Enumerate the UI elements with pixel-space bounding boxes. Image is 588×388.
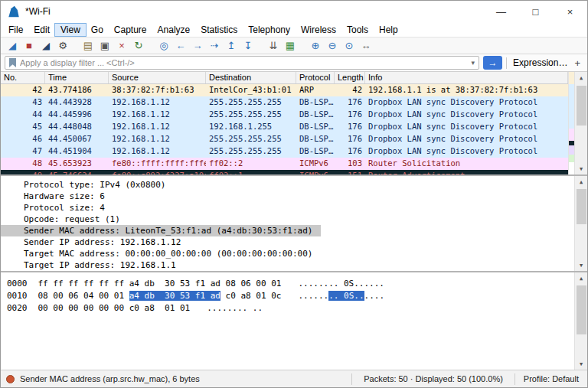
detail-line-protocol-type[interactable]: Protocol type: IPv4 (0x0800) <box>1 179 574 191</box>
open-file-icon[interactable]: ▤ <box>80 38 96 54</box>
detail-line-protocol-size[interactable]: Protocol size: 4 <box>1 202 574 214</box>
hex-scrollbar[interactable]: ▲ ▼ <box>574 272 587 370</box>
wireshark-logo-icon <box>8 5 20 18</box>
restart-capture-icon[interactable]: ◢ <box>38 38 54 54</box>
hex-row-0020[interactable]: 002000 00 00 00 00 00 c0 a8 01 01.......… <box>7 302 574 315</box>
menu-wireless[interactable]: Wireless <box>296 24 341 36</box>
close-file-icon[interactable]: × <box>113 38 130 54</box>
menu-file[interactable]: File <box>3 24 28 36</box>
filter-toolbar: Apply a display filter ... <Ctrl-/> ▾ → … <box>1 54 587 72</box>
status-field-info: Sender MAC address (arp.src.hw_mac), 6 b… <box>20 374 346 383</box>
scroll-down-icon[interactable]: ▼ <box>575 259 587 271</box>
go-to-packet-icon[interactable]: ⇢ <box>206 38 223 54</box>
scroll-thumb[interactable] <box>577 285 586 334</box>
detail-line-opcode[interactable]: Opcode: request (1) <box>1 214 574 225</box>
column-header-info[interactable]: Info <box>365 72 568 83</box>
column-header-destination[interactable]: Destination <box>206 72 296 83</box>
packet-row-42[interactable]: 42 43.774186 38:37:82:7f:b1:63 IntelCor_… <box>1 84 568 96</box>
scroll-up-icon[interactable]: ▲ <box>575 72 587 83</box>
zoom-out-icon[interactable]: ⊖ <box>324 38 341 54</box>
save-file-icon[interactable]: ▣ <box>96 38 113 54</box>
expression-button[interactable]: Expression… <box>511 57 570 68</box>
display-filter-input[interactable]: Apply a display filter ... <Ctrl-/> ▾ <box>5 56 479 70</box>
capture-options-icon[interactable]: ⚙ <box>54 38 71 54</box>
resize-columns-icon[interactable]: ↔ <box>358 38 374 54</box>
menu-help[interactable]: Help <box>374 24 403 36</box>
window-title: *Wi-Fi <box>25 6 51 17</box>
colorize-icon[interactable]: ▦ <box>282 38 299 54</box>
scroll-down-icon[interactable]: ▼ <box>575 358 587 370</box>
detail-line-target-mac[interactable]: Target MAC address: 00:00:00_00:00:00 (0… <box>1 248 574 259</box>
packet-row-46[interactable]: 46 44.450067 192.168.1.12 255.255.255.25… <box>1 133 568 145</box>
minimize-button[interactable]: — <box>484 1 518 22</box>
statusbar-separator <box>351 373 352 385</box>
zoom-100-icon[interactable]: ⊙ <box>341 38 358 54</box>
column-header-protocol[interactable]: Protocol <box>296 72 335 83</box>
details-scrollbar[interactable]: ▲ ▼ <box>574 176 587 271</box>
detail-line-sender-mac[interactable]: Sender MAC address: LiteonTe_53:f1:ad (a… <box>1 225 321 236</box>
column-header-time[interactable]: Time <box>45 72 109 83</box>
packet-row-44[interactable]: 44 44.445996 192.168.1.12 255.255.255.25… <box>1 109 568 121</box>
packet-list-scrollbar[interactable]: ▲ ▼ <box>574 72 587 174</box>
menu-statistics[interactable]: Statistics <box>195 24 243 36</box>
wireshark-window: *Wi-Fi — □ × File Edit View Go Capture A… <box>0 0 588 388</box>
detail-line-hardware-size[interactable]: Hardware size: 6 <box>1 191 574 202</box>
filterbar-separator <box>506 57 507 69</box>
column-header-no[interactable]: No. <box>1 72 45 83</box>
packet-row-49[interactable]: 49 45.746624 fe80::e892:f227:a10c ff02::… <box>1 170 568 174</box>
menubar: File Edit View Go Capture Analyze Statis… <box>1 22 587 37</box>
menu-view[interactable]: View <box>55 24 86 36</box>
scroll-thumb[interactable] <box>577 189 586 224</box>
menu-capture[interactable]: Capture <box>109 24 152 36</box>
packet-bytes-panel: 0000ff ff ff ff ff ff a4 db 30 53 f1 ad … <box>1 272 587 370</box>
close-button[interactable]: × <box>553 1 587 22</box>
go-forward-icon[interactable]: → <box>189 38 206 54</box>
menu-analyze[interactable]: Analyze <box>152 24 196 36</box>
auto-scroll-icon[interactable]: ⇊ <box>265 38 282 54</box>
scroll-track[interactable] <box>575 284 587 358</box>
packet-list: No. Time Source Destination Protocol Len… <box>1 72 568 174</box>
column-header-length[interactable]: Length <box>335 72 365 83</box>
go-last-icon[interactable]: ↧ <box>240 38 256 54</box>
packet-list-header: No. Time Source Destination Protocol Len… <box>1 72 568 84</box>
packet-row-48[interactable]: 48 45.653923 fe80::ffff:ffff:fffe ff02::… <box>1 158 568 170</box>
go-back-icon[interactable]: ← <box>172 38 189 54</box>
scroll-down-icon[interactable]: ▼ <box>575 163 587 174</box>
main-toolbar: ◢■◢⚙▤▣×↻◎←→⇢↥↧⇊▦⊕⊖⊙↔ <box>1 37 587 54</box>
menu-tools[interactable]: Tools <box>341 24 374 36</box>
hex-row-0000[interactable]: 0000ff ff ff ff ff ff a4 db 30 53 f1 ad … <box>7 278 574 290</box>
filter-dropdown-icon[interactable]: ▾ <box>472 59 475 67</box>
status-profile[interactable]: Profile: Default <box>521 374 582 383</box>
packet-details-panel: Protocol type: IPv4 (0x0800) Hardware si… <box>1 176 587 272</box>
filter-bookmark-icon[interactable] <box>9 58 16 67</box>
packet-row-47[interactable]: 47 44.451904 192.168.1.12 255.255.255.25… <box>1 145 568 158</box>
menu-telephony[interactable]: Telephony <box>243 24 296 36</box>
expert-info-icon[interactable] <box>6 375 15 383</box>
apply-arrow-icon: → <box>488 57 498 68</box>
filter-add-button[interactable]: + <box>573 57 583 69</box>
scroll-up-icon[interactable]: ▲ <box>575 272 587 284</box>
hex-dump[interactable]: 0000ff ff ff ff ff ff a4 db 30 53 f1 ad … <box>1 272 574 370</box>
scroll-track[interactable] <box>575 83 587 163</box>
detail-line-sender-ip[interactable]: Sender IP address: 192.168.1.12 <box>1 236 574 248</box>
window-controls: — □ × <box>484 1 587 22</box>
scroll-track[interactable] <box>575 187 587 259</box>
find-packet-icon[interactable]: ◎ <box>155 38 172 54</box>
menu-edit[interactable]: Edit <box>28 24 55 36</box>
titlebar: *Wi-Fi — □ × <box>1 1 587 22</box>
reload-icon[interactable]: ↻ <box>130 38 147 54</box>
menu-go[interactable]: Go <box>86 24 109 36</box>
packet-row-43[interactable]: 43 44.443928 192.168.1.12 255.255.255.25… <box>1 96 568 109</box>
filter-apply-button[interactable]: → <box>483 56 502 70</box>
detail-line-target-ip[interactable]: Target IP address: 192.168.1.1 <box>1 259 574 271</box>
maximize-button[interactable]: □ <box>518 1 553 22</box>
start-capture-icon[interactable]: ◢ <box>4 38 21 54</box>
column-header-source[interactable]: Source <box>109 72 206 83</box>
go-first-icon[interactable]: ↥ <box>223 38 240 54</box>
zoom-in-icon[interactable]: ⊕ <box>307 38 324 54</box>
stop-capture-icon[interactable]: ■ <box>21 38 38 54</box>
scroll-up-icon[interactable]: ▲ <box>575 176 587 187</box>
hex-row-0010[interactable]: 001008 00 06 04 00 01 a4 db 30 53 f1 ad … <box>7 290 574 302</box>
packet-row-45[interactable]: 45 44.448048 192.168.1.12 192.168.1.255 … <box>1 121 568 133</box>
scroll-thumb[interactable] <box>577 86 586 126</box>
